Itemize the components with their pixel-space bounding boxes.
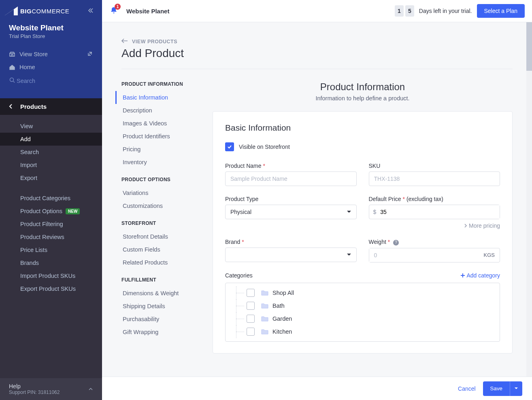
field-default-price: Default Price * (excluding tax) $ More p…	[369, 196, 500, 229]
secnav-gift-wrapping[interactable]: Gift Wrapping	[115, 326, 188, 339]
product-type-label: Product Type	[225, 196, 357, 202]
secnav-related-products[interactable]: Related Products	[115, 256, 188, 269]
secnav-shipping[interactable]: Shipping Details	[115, 300, 188, 313]
field-weight: Weight * ? KGS	[369, 239, 500, 262]
default-price-input[interactable]	[380, 205, 500, 219]
secnav-dimensions[interactable]: Dimensions & Weight	[115, 287, 188, 300]
category-label: Kitchen	[272, 328, 292, 335]
chevron-right-icon	[464, 224, 467, 228]
notifications-button[interactable]: 1	[109, 6, 118, 16]
sidebar-item-price-lists[interactable]: Price Lists	[0, 243, 102, 256]
main-content: VIEW PRODUCTS Add Product PRODUCT INFORM…	[102, 22, 532, 377]
store-name: Website Planet	[9, 23, 93, 32]
collapse-sidebar-button[interactable]	[87, 7, 94, 15]
weight-input[interactable]	[369, 248, 479, 262]
sidebar-item-product-options[interactable]: Product Options NEW	[0, 205, 102, 218]
help-pin: Support PIN: 31811062	[9, 389, 60, 395]
select-plan-button[interactable]: Select a Plan	[477, 4, 525, 18]
storefront-icon	[9, 51, 19, 57]
secnav-description[interactable]: Description	[115, 104, 188, 117]
secnav-purchasability[interactable]: Purchasability	[115, 313, 188, 326]
category-label: Shop All	[272, 290, 294, 296]
sku-label: SKU	[369, 163, 500, 169]
secnav-customizations[interactable]: Customizations	[115, 199, 188, 212]
category-label: Garden	[272, 315, 292, 322]
cancel-button[interactable]: Cancel	[458, 385, 476, 392]
brand-select[interactable]	[225, 248, 357, 262]
secnav-pricing[interactable]: Pricing	[115, 143, 188, 156]
header-title: Website Planet	[126, 8, 169, 15]
search-icon	[9, 77, 17, 85]
home-label: Home	[19, 64, 35, 70]
save-label: Save	[483, 385, 510, 392]
sidebar-item-product-filtering[interactable]: Product Filtering	[0, 218, 102, 231]
breadcrumb-back[interactable]: VIEW PRODUCTS	[121, 38, 513, 44]
subnav: View Add Search Import Export Product Ca…	[0, 115, 102, 300]
content-row: PRODUCT INFORMATION Basic Information De…	[121, 81, 513, 353]
sidebar-search[interactable]	[0, 74, 102, 88]
category-checkbox[interactable]	[247, 315, 255, 323]
nav-back-products[interactable]: Products	[0, 98, 102, 115]
secnav-images-videos[interactable]: Images & Videos	[115, 117, 188, 130]
add-category-button[interactable]: Add category	[460, 272, 500, 279]
top-links: View Store Home	[0, 45, 102, 90]
category-checkbox[interactable]	[247, 328, 255, 336]
sidebar-footer[interactable]: Help Support PIN: 31811062	[0, 378, 102, 400]
sidebar-item-add[interactable]: Add	[0, 133, 102, 146]
trial-text: Days left in your trial.	[419, 8, 472, 14]
store-plan: Trial Plan Store	[9, 33, 93, 39]
secnav-basic-info[interactable]: Basic Information	[115, 91, 188, 104]
field-brand: Brand *	[225, 239, 357, 262]
category-item-bath: Bath	[226, 299, 500, 312]
secnav-inventory[interactable]: Inventory	[115, 156, 188, 169]
footer-bar: Cancel Save	[102, 377, 532, 400]
help-icon[interactable]: ?	[393, 240, 399, 246]
chevron-double-left-icon	[87, 7, 94, 14]
notification-count: 1	[115, 4, 121, 10]
secnav-storefront-details[interactable]: Storefront Details	[115, 230, 188, 243]
sku-input[interactable]	[369, 171, 500, 186]
product-name-input[interactable]	[225, 171, 357, 186]
secondary-nav: PRODUCT INFORMATION Basic Information De…	[121, 81, 188, 353]
new-badge: NEW	[66, 208, 80, 214]
secnav-group-options: PRODUCT OPTIONS	[121, 177, 188, 182]
sidebar-item-view[interactable]: View	[0, 120, 102, 133]
caret-down-icon	[347, 210, 351, 214]
check-icon	[227, 144, 232, 150]
save-dropdown[interactable]	[510, 381, 522, 396]
sidebar-item-brands[interactable]: Brands	[0, 256, 102, 269]
category-checkbox[interactable]	[247, 289, 255, 297]
categories-label: Categories	[225, 272, 253, 279]
category-item-garden: Garden	[226, 312, 500, 325]
sidebar-item-export[interactable]: Export	[0, 171, 102, 184]
more-pricing-link[interactable]: More pricing	[369, 222, 500, 229]
sidebar-item-product-reviews[interactable]: Product Reviews	[0, 231, 102, 243]
visible-checkbox[interactable]	[225, 142, 234, 151]
logo-icon	[5, 6, 18, 15]
category-checkbox[interactable]	[247, 302, 255, 310]
section-header: Product Information Information to help …	[213, 81, 513, 102]
secnav-identifiers[interactable]: Product Identifiers	[115, 130, 188, 143]
product-type-select[interactable]: Physical	[225, 205, 357, 219]
visible-checkbox-row: Visible on Storefront	[225, 142, 500, 151]
sidebar-item-search[interactable]: Search	[0, 146, 102, 159]
sidebar-link-view-store[interactable]: View Store	[0, 47, 102, 61]
sidebar-item-import[interactable]: Import	[0, 159, 102, 171]
brand-logo: BIGCOMMERCE	[5, 6, 69, 15]
sidebar-item-product-categories[interactable]: Product Categories	[0, 192, 102, 205]
folder-icon	[261, 303, 268, 309]
folder-icon	[261, 290, 268, 296]
default-price-label: Default Price * (excluding tax)	[369, 196, 500, 202]
sidebar-search-input[interactable]	[17, 78, 93, 84]
save-button[interactable]: Save	[483, 381, 522, 396]
secnav-variations[interactable]: Variations	[115, 186, 188, 199]
sidebar-header: BIGCOMMERCE Website Planet Trial Plan St…	[0, 0, 102, 98]
more-pricing-label: More pricing	[469, 222, 500, 229]
sidebar-link-home[interactable]: Home	[0, 61, 102, 74]
field-product-name: Product Name *	[225, 163, 357, 186]
secnav-custom-fields[interactable]: Custom Fields	[115, 243, 188, 256]
sidebar-item-import-skus[interactable]: Import Product SKUs	[0, 269, 102, 282]
sidebar-item-export-skus[interactable]: Export Product SKUs	[0, 282, 102, 295]
section-subtitle: Information to help define a product.	[213, 95, 513, 102]
form-grid: Product Name * SKU Product Type Physical	[225, 163, 500, 262]
